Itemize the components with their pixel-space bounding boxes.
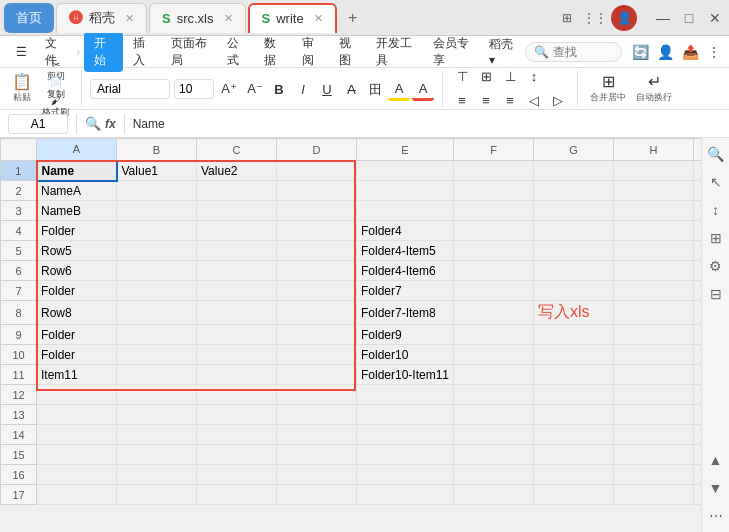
cell-A2[interactable]: NameA [37,181,117,201]
grid-scroll[interactable]: A B C D E F G H I J [0,138,701,532]
align-top-button[interactable]: ⊤ [451,66,473,88]
menu-review[interactable]: 审阅 [294,31,329,73]
cell-A8[interactable]: Row8 [37,301,117,325]
tab-wps-close-icon[interactable]: ✕ [125,12,134,25]
sidebar-search-btn[interactable]: 🔍 [704,142,728,166]
increase-font-button[interactable]: A⁺ [218,78,240,100]
cell-A11[interactable]: Item11 [37,365,117,385]
col-header-H[interactable]: H [614,139,694,161]
border-button[interactable]: 田 [364,79,386,101]
align-vmid-button[interactable]: ⊞ [475,66,497,88]
cell-A5[interactable]: Row5 [37,241,117,261]
cell-F1[interactable] [454,161,534,181]
cell-A7[interactable]: Folder [37,281,117,301]
cell-B3[interactable] [117,201,197,221]
minimize-button[interactable]: — [653,8,673,28]
cell-I3[interactable] [694,201,701,221]
cell-C7[interactable] [197,281,277,301]
cell-A13[interactable] [37,405,117,425]
cell-A16[interactable] [37,465,117,485]
cell-G9[interactable] [534,325,614,345]
cell-D11[interactable] [277,365,357,385]
user-icon[interactable]: 👤 [657,44,674,60]
cell-G4[interactable] [534,221,614,241]
cell-C11[interactable] [197,365,277,385]
wrap-text-button[interactable]: ↵ 自动换行 [632,72,676,106]
paste-button[interactable]: 📋 粘贴 [8,72,36,106]
font-name-input[interactable] [90,79,170,99]
cell-I10[interactable] [694,345,701,365]
sidebar-more-btn[interactable]: ⋯ [704,504,728,528]
cell-D10[interactable] [277,345,357,365]
format-brush-button[interactable]: 🖌 格式刷 [38,99,73,115]
col-header-E[interactable]: E [357,139,454,161]
sidebar-settings-btn[interactable]: ⚙ [704,254,728,278]
zoom-formula-icon[interactable]: 🔍 [85,116,101,131]
cell-F3[interactable] [454,201,534,221]
cell-C4[interactable] [197,221,277,241]
fill-color-button[interactable]: A [388,79,410,101]
menu-insert[interactable]: 插入 [125,31,160,73]
cell-D9[interactable] [277,325,357,345]
menu-data[interactable]: 数据 [256,31,291,73]
cell-A14[interactable] [37,425,117,445]
sidebar-cursor-btn[interactable]: ↖ [704,170,728,194]
search-box[interactable]: 🔍 [525,42,622,62]
cell-C3[interactable] [197,201,277,221]
cell-F11[interactable] [454,365,534,385]
cell-E9[interactable]: Folder9 [357,325,454,345]
tab-wps[interactable]: 🅦 稻壳 ✕ [56,3,147,33]
cell-H3[interactable] [614,201,694,221]
cell-H2[interactable] [614,181,694,201]
menu-formula[interactable]: 公式 [219,31,254,73]
cell-C8[interactable] [197,301,277,325]
cell-G10[interactable] [534,345,614,365]
cell-B9[interactable] [117,325,197,345]
cell-A17[interactable] [37,485,117,505]
tab-apps-icon[interactable]: ⋮⋮ [583,8,607,28]
cell-A12[interactable] [37,385,117,405]
cell-E1[interactable] [357,161,454,181]
cell-H5[interactable] [614,241,694,261]
col-header-B[interactable]: B [117,139,197,161]
align-center-button[interactable]: ≡ [475,90,497,112]
cell-E3[interactable] [357,201,454,221]
cell-G11[interactable] [534,365,614,385]
col-header-G[interactable]: G [534,139,614,161]
cell-E2[interactable] [357,181,454,201]
cell-F9[interactable] [454,325,534,345]
cell-B2[interactable] [117,181,197,201]
cell-H6[interactable] [614,261,694,281]
cell-E11[interactable]: Folder10-Item11 [357,365,454,385]
font-size-input[interactable] [174,79,214,99]
search-input[interactable] [553,45,613,59]
cell-B4[interactable] [117,221,197,241]
cell-I6[interactable] [694,261,701,281]
col-header-I[interactable]: I [694,139,701,161]
cell-A15[interactable] [37,445,117,465]
close-button[interactable]: ✕ [705,8,725,28]
cell-B5[interactable] [117,241,197,261]
cell-I11[interactable] [694,365,701,385]
merge-cells-button[interactable]: ⊞ 合并居中 [586,72,630,106]
cell-F6[interactable] [454,261,534,281]
tab-write-close-icon[interactable]: ✕ [314,12,323,25]
cell-A4[interactable]: Folder [37,221,117,241]
cell-B6[interactable] [117,261,197,281]
menu-dev-tools[interactable]: 开发工具 [368,31,422,73]
cell-H8[interactable] [614,301,694,325]
cell-E4[interactable]: Folder4 [357,221,454,241]
cell-G2[interactable] [534,181,614,201]
align-bottom-button[interactable]: ⊥ [499,66,521,88]
cell-I2[interactable] [694,181,701,201]
col-header-D[interactable]: D [277,139,357,161]
cell-G7[interactable] [534,281,614,301]
fx-icon[interactable]: fx [105,117,116,131]
sidebar-scroll-up[interactable]: ▲ [704,448,728,472]
tab-write[interactable]: S write ✕ [248,3,337,33]
underline-button[interactable]: U [316,79,338,101]
sidebar-resize-btn[interactable]: ↕ [704,198,728,222]
cell-H9[interactable] [614,325,694,345]
cell-I1[interactable] [694,161,701,181]
align-right-button[interactable]: ≡ [499,90,521,112]
